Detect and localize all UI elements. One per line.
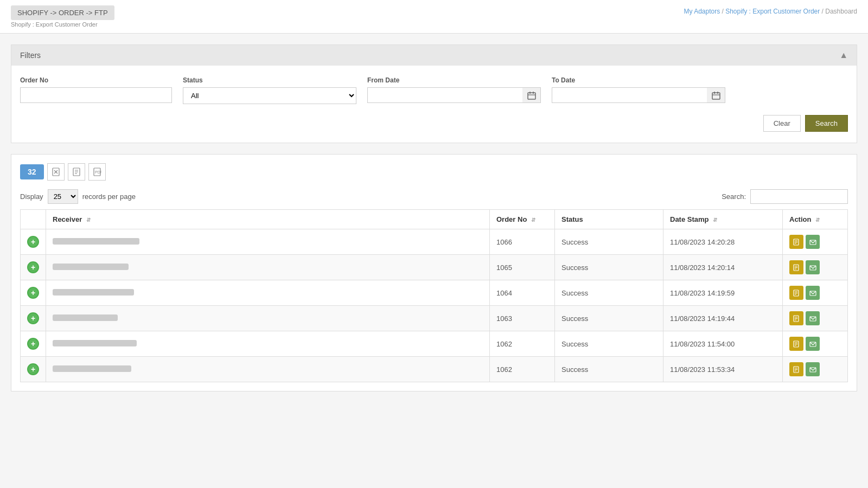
export-pdf-button[interactable]: PDF (88, 163, 106, 181)
svg-text:PDF: PDF (95, 170, 101, 174)
action-mail-button[interactable] (806, 337, 820, 351)
action-doc-button[interactable] (789, 286, 803, 300)
date-stamp-sort-icon[interactable]: ⇵ (713, 217, 717, 223)
row-status: Success (555, 280, 663, 306)
action-mail-button[interactable] (806, 235, 820, 249)
receiver-text (53, 314, 118, 321)
table-row: 1064Success11/08/2023 14:19:59 (21, 280, 848, 306)
action-doc-button[interactable] (789, 260, 803, 274)
table-row: 1066Success11/08/2023 14:20:28 (21, 229, 848, 255)
action-doc-button[interactable] (789, 362, 803, 376)
display-label: Display (20, 192, 43, 201)
export-csv-button[interactable] (68, 163, 85, 181)
action-mail-button[interactable] (806, 362, 820, 376)
receiver-text (53, 340, 137, 346)
row-order-no: 1065 (490, 255, 555, 280)
action-buttons (789, 286, 841, 300)
action-sort-icon[interactable]: ⇵ (815, 217, 820, 223)
col-status: Status (555, 210, 663, 229)
table-row: 1062Success11/08/2023 11:54:00 (21, 331, 848, 357)
to-date-calendar-icon[interactable] (707, 87, 725, 103)
action-doc-button[interactable] (789, 235, 803, 249)
col-date-stamp[interactable]: Date Stamp ⇵ (663, 210, 783, 229)
app-name: SHOPIFY -> ORDER -> FTP (11, 5, 114, 20)
row-date-stamp: 11/08/2023 11:53:34 (663, 357, 783, 382)
col-action[interactable]: Action ⇵ (783, 210, 848, 229)
breadcrumb: My Adaptors / Shopify : Export Customer … (684, 5, 857, 16)
status-label: Status (183, 76, 356, 84)
row-order-no: 1063 (490, 306, 555, 331)
row-date-stamp: 11/08/2023 14:20:14 (663, 255, 783, 280)
row-date-stamp: 11/08/2023 11:54:00 (663, 331, 783, 357)
row-action (783, 357, 848, 382)
row-status-icon-cell (21, 331, 46, 357)
row-date-stamp: 11/08/2023 14:20:28 (663, 229, 783, 255)
success-icon (27, 312, 39, 324)
action-mail-button[interactable] (806, 260, 820, 274)
breadcrumb-my-adaptors[interactable]: My Adaptors (684, 8, 720, 15)
clear-button[interactable]: Clear (763, 115, 801, 132)
order-no-label: Order No (20, 76, 172, 84)
export-xlsx-button[interactable] (47, 163, 65, 181)
filters-title: Filters (20, 51, 41, 60)
action-doc-button[interactable] (789, 337, 803, 351)
from-date-input[interactable] (367, 87, 541, 103)
breadcrumb-shopify-export[interactable]: Shopify : Export Customer Order (725, 8, 820, 15)
row-action (783, 306, 848, 331)
filter-status-group: Status All Success Failed Pending (183, 76, 356, 104)
col-status-icon (21, 210, 46, 229)
row-receiver (46, 331, 490, 357)
filters-header[interactable]: Filters ▲ (11, 45, 857, 66)
data-table: Receiver ⇵ Order No ⇵ Status Date Stamp … (20, 209, 848, 382)
receiver-text (53, 365, 131, 372)
row-action (783, 229, 848, 255)
order-no-sort-icon[interactable]: ⇵ (531, 217, 535, 223)
from-date-calendar-icon[interactable] (522, 87, 541, 103)
action-buttons (789, 337, 841, 351)
action-doc-button[interactable] (789, 311, 803, 325)
receiver-sort-icon[interactable]: ⇵ (86, 217, 91, 223)
filters-row: Order No Status All Success Failed Pendi… (20, 76, 848, 104)
filters-collapse-icon[interactable]: ▲ (839, 50, 848, 60)
row-receiver (46, 229, 490, 255)
row-date-stamp: 11/08/2023 14:19:59 (663, 280, 783, 306)
action-buttons (789, 311, 841, 325)
row-status-icon-cell (21, 229, 46, 255)
row-status: Success (555, 306, 663, 331)
col-receiver[interactable]: Receiver ⇵ (46, 210, 490, 229)
row-status-icon-cell (21, 255, 46, 280)
main-content: Filters ▲ Order No Status All Success Fa… (0, 34, 868, 402)
table-search-input[interactable] (750, 189, 848, 204)
row-date-stamp: 11/08/2023 14:19:44 (663, 306, 783, 331)
row-order-no: 1062 (490, 357, 555, 382)
row-status-icon-cell (21, 306, 46, 331)
table-row: 1062Success11/08/2023 11:53:34 (21, 357, 848, 382)
filters-actions: Clear Search (20, 113, 848, 132)
to-date-label: To Date (552, 76, 725, 84)
col-order-no[interactable]: Order No ⇵ (490, 210, 555, 229)
receiver-text (53, 238, 139, 245)
to-date-input[interactable] (552, 87, 725, 103)
receiver-text (53, 264, 129, 270)
filter-order-no-group: Order No (20, 76, 172, 104)
search-button[interactable]: Search (805, 115, 848, 132)
table-header: Receiver ⇵ Order No ⇵ Status Date Stamp … (21, 210, 848, 229)
per-page-select[interactable]: 10 25 50 100 (48, 189, 78, 204)
action-mail-button[interactable] (806, 286, 820, 300)
table-search-label: Search: (722, 192, 746, 201)
results-toolbar: 32 PDF (20, 163, 848, 181)
action-buttons (789, 235, 841, 249)
row-receiver (46, 255, 490, 280)
records-per-page-label: records per page (82, 192, 136, 201)
order-no-input[interactable] (20, 87, 172, 103)
row-action (783, 331, 848, 357)
page-header: SHOPIFY -> ORDER -> FTP Shopify : Export… (0, 0, 868, 34)
action-buttons (789, 260, 841, 274)
to-date-wrap (552, 87, 725, 103)
status-select[interactable]: All Success Failed Pending (183, 87, 356, 104)
table-row: 1063Success11/08/2023 14:19:44 (21, 306, 848, 331)
action-mail-button[interactable] (806, 311, 820, 325)
row-status: Success (555, 331, 663, 357)
row-receiver (46, 306, 490, 331)
row-order-no: 1064 (490, 280, 555, 306)
